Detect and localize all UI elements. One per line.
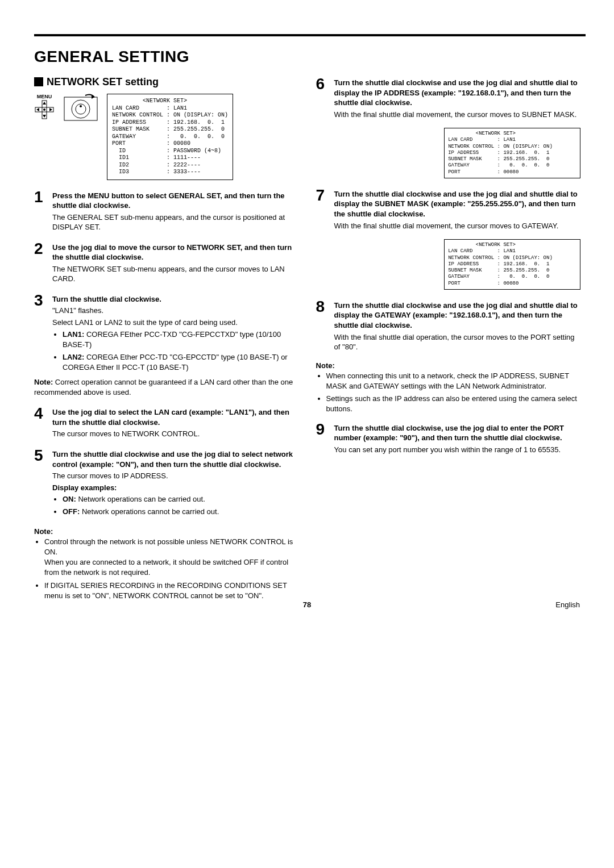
step-text: Select LAN1 or LAN2 to suit the type of … (52, 318, 299, 328)
step-text: "LAN1" flashes. (52, 306, 299, 316)
step-body: Use the jog dial to move the cursor to N… (52, 241, 299, 286)
step-body: Turn the shuttle dial clockwise and use … (334, 187, 581, 232)
menu-button-icon: MENU (34, 94, 55, 120)
step-4: 4 Use the jog dial to select the LAN car… (34, 406, 299, 441)
step-3: 3 Turn the shuttle dial clockwise. "LAN1… (34, 293, 299, 399)
list-item: ON: Network operations can be carried ou… (63, 494, 299, 504)
list-item: When connecting this unit to a network, … (326, 371, 581, 391)
step-number: 9 (316, 422, 330, 437)
step-number: 2 (34, 241, 48, 257)
network-set-screen-7: <NETWORK SET> LAN CARD : LAN1 NETWORK CO… (444, 239, 580, 290)
step-body: Turn the shuttle dial clockwise and use … (334, 299, 581, 354)
step-8: 8 Turn the shuttle dial clockwise and us… (316, 299, 581, 354)
list-item: Settings such as the IP address can also… (326, 394, 581, 414)
step-text: The cursor moves to NETWORK CONTROL. (52, 429, 299, 439)
list-item: Control through the network is not possi… (44, 537, 299, 578)
top-rule (34, 34, 586, 36)
step-text: The NETWORK SET sub-menu appears, and th… (52, 264, 299, 284)
step-text: You can set any port number you wish wit… (334, 445, 581, 455)
right-column: 6 Turn the shuttle dial clockwise and us… (316, 76, 581, 603)
note-label: Note: (316, 361, 581, 371)
step-lead: Turn the shuttle dial clockwise. (52, 294, 299, 304)
list-item: LAN2: COREGA Ether PCC-TD "CG-EPCCTD" ty… (63, 352, 299, 373)
svg-marker-4 (43, 115, 46, 118)
step-number: 1 (34, 189, 48, 205)
bullet-list: When connecting this unit to a network, … (326, 371, 581, 415)
step-text: With the final shuttle dial operation, t… (334, 332, 581, 352)
step-9: 9 Turn the shuttle dial clockwise, use t… (316, 422, 581, 457)
page-number: 78 (0, 600, 614, 609)
bullet-list: Control through the network is not possi… (44, 537, 299, 601)
svg-point-2 (43, 108, 45, 111)
shuttle-dial-icon (64, 94, 98, 121)
step-7: 7 Turn the shuttle dial clockwise and us… (316, 187, 581, 232)
step-number: 8 (316, 299, 330, 315)
list-item: OFF: Network operations cannot be carrie… (63, 507, 299, 517)
dial-icon-box (64, 94, 98, 121)
step-lead: Turn the shuttle dial clockwise and use … (334, 78, 581, 108)
list-item: LAN1: COREGA FEther PCC-TXD "CG-FEPCCTXD… (63, 329, 299, 350)
step-body: Turn the shuttle dial clockwise. "LAN1" … (52, 293, 299, 399)
step-text: With the final shuttle dial movement, th… (334, 221, 581, 231)
content-columns: NETWORK SET setting MENU (34, 76, 586, 603)
note-text: Note: Correct operation cannot be guaran… (34, 377, 299, 397)
step-number: 7 (316, 187, 330, 203)
section-bullet-icon (34, 77, 43, 86)
step-body: Press the MENU button to select GENERAL … (52, 189, 299, 234)
step-text: With the final shuttle dial movement, th… (334, 110, 581, 120)
svg-marker-5 (36, 108, 39, 111)
section-title-text: NETWORK SET setting (47, 76, 159, 87)
note-label: Note: (34, 527, 299, 537)
bullet-list: LAN1: COREGA FEther PCC-TXD "CG-FEPCCTXD… (63, 329, 299, 373)
svg-point-10 (80, 105, 82, 107)
step-5: 5 Turn the shuttle dial clockwise and us… (34, 448, 299, 520)
page-language: English (555, 600, 580, 609)
step-number: 6 (316, 76, 330, 92)
step-1: 1 Press the MENU button to select GENERA… (34, 189, 299, 234)
step-body: Turn the shuttle dial clockwise and use … (52, 448, 299, 520)
step-number: 4 (34, 406, 48, 422)
dpad-icon (34, 99, 55, 120)
display-examples-label: Display examples: (52, 483, 299, 493)
left-column: NETWORK SET setting MENU (34, 76, 299, 603)
step-number: 3 (34, 293, 48, 308)
step-lead: Turn the shuttle dial clockwise and use … (334, 189, 581, 219)
svg-rect-7 (64, 97, 97, 120)
page-title: GENERAL SETTING (34, 48, 586, 66)
menu-label: MENU (37, 94, 52, 99)
step-lead: Press the MENU button to select GENERAL … (52, 191, 299, 211)
step-lead: Turn the shuttle dial clockwise and use … (334, 301, 581, 331)
bullet-list: ON: Network operations can be carried ou… (63, 494, 299, 517)
step-body: Turn the shuttle dial clockwise and use … (334, 76, 581, 121)
intro-icons-row: MENU (34, 94, 299, 180)
step-lead: Use the jog dial to move the cursor to N… (52, 243, 299, 262)
step-text: The GENERAL SET sub-menu appears, and th… (52, 212, 299, 232)
step-text: The cursor moves to IP ADDRESS. (52, 471, 299, 481)
network-set-screen-main: <NETWORK SET> LAN CARD : LAN1 NETWORK CO… (107, 94, 233, 180)
svg-point-8 (72, 100, 90, 118)
list-item: If DIGITAL SERIES RECORDING in the RECOR… (44, 581, 299, 601)
svg-marker-6 (49, 108, 52, 111)
note-block-b: Note: When connecting this unit to a net… (316, 361, 581, 415)
step-lead: Turn the shuttle dial clockwise and use … (52, 449, 299, 469)
step-number: 5 (34, 448, 48, 464)
step-lead: Use the jog dial to select the LAN card … (52, 407, 299, 427)
network-set-screen-6: <NETWORK SET> LAN CARD : LAN1 NETWORK CO… (444, 128, 580, 178)
step-body: Turn the shuttle dial clockwise, use the… (334, 422, 581, 457)
section-title: NETWORK SET setting (34, 76, 299, 88)
note-block-a: Note: Control through the network is not… (34, 527, 299, 601)
step-body: Use the jog dial to select the LAN card … (52, 406, 299, 441)
step-lead: Turn the shuttle dial clockwise, use the… (334, 423, 581, 443)
svg-marker-3 (43, 102, 46, 105)
step-6: 6 Turn the shuttle dial clockwise and us… (316, 76, 581, 121)
step-2: 2 Use the jog dial to move the cursor to… (34, 241, 299, 286)
